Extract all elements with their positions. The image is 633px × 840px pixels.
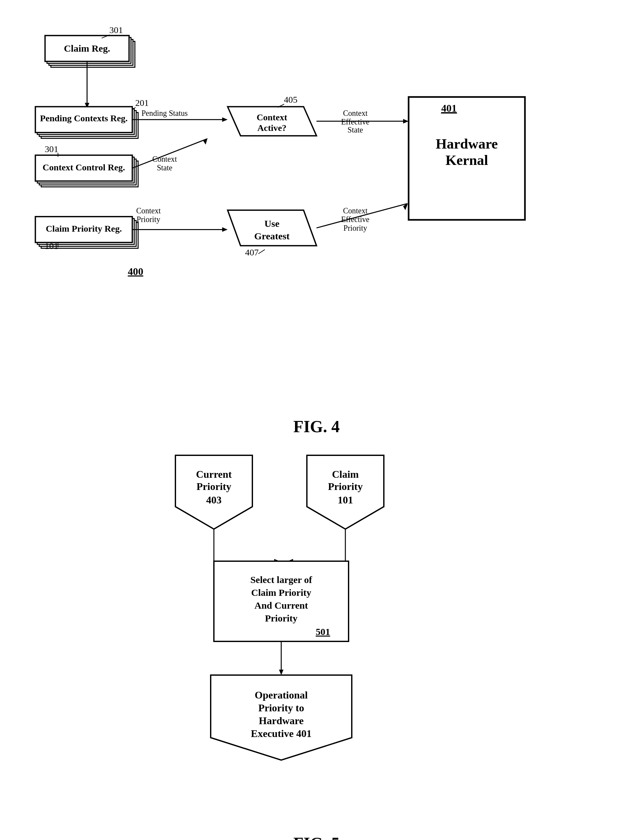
svg-line-55 (258, 249, 265, 254)
svg-text:Greatest: Greatest (254, 231, 290, 242)
svg-text:State: State (157, 163, 172, 172)
svg-text:Active?: Active? (258, 123, 287, 133)
fig4-title: FIG. 4 (26, 417, 607, 436)
page: Claim Reg. 301 Pending Contexts Reg. 201… (0, 0, 633, 840)
svg-text:Context: Context (152, 155, 177, 163)
svg-text:Hardware: Hardware (259, 715, 304, 726)
svg-text:101: 101 (44, 241, 58, 251)
svg-marker-17 (222, 117, 228, 122)
svg-text:Priority: Priority (265, 613, 298, 624)
svg-text:403: 403 (206, 494, 222, 506)
svg-text:400: 400 (128, 266, 143, 277)
svg-text:Pending Contexts Reg.: Pending Contexts Reg. (40, 113, 128, 123)
svg-text:Context: Context (257, 112, 287, 122)
svg-text:Context: Context (343, 206, 368, 215)
svg-text:101: 101 (338, 494, 353, 506)
svg-text:Priority: Priority (343, 224, 367, 232)
svg-text:401: 401 (441, 103, 457, 114)
svg-marker-67 (175, 455, 252, 529)
svg-text:Claim Priority Reg.: Claim Priority Reg. (46, 224, 122, 234)
svg-text:Current: Current (196, 469, 232, 480)
svg-text:Context: Context (136, 206, 161, 215)
svg-text:Priority: Priority (137, 215, 160, 224)
fig4-diagram: Claim Reg. 301 Pending Contexts Reg. 201… (26, 19, 607, 404)
svg-text:301: 301 (44, 144, 58, 154)
svg-text:Priority: Priority (197, 481, 231, 492)
fig5-title: FIG. 5 (26, 834, 607, 840)
svg-text:Kernal: Kernal (446, 152, 488, 168)
svg-text:Claim  Reg.: Claim Reg. (64, 43, 110, 54)
svg-text:Claim: Claim (332, 469, 359, 480)
svg-text:407: 407 (245, 247, 258, 257)
svg-text:Use: Use (264, 218, 279, 229)
svg-text:State: State (348, 125, 363, 134)
svg-text:And Current: And Current (255, 600, 308, 611)
svg-text:501: 501 (316, 626, 330, 637)
svg-text:Context: Context (343, 109, 368, 117)
svg-text:Effective: Effective (341, 117, 369, 126)
svg-text:201: 201 (135, 98, 149, 108)
svg-text:Operational: Operational (255, 689, 307, 701)
svg-text:Executive 401: Executive 401 (251, 728, 311, 739)
svg-text:Pending Status: Pending Status (142, 109, 187, 117)
svg-text:405: 405 (284, 95, 297, 104)
svg-marker-50 (222, 227, 228, 232)
svg-text:Context Control Reg.: Context Control Reg. (43, 163, 125, 172)
svg-marker-88 (279, 669, 283, 675)
svg-text:Effective: Effective (341, 215, 369, 224)
svg-text:Claim Priority: Claim Priority (251, 587, 311, 598)
svg-text:Priority: Priority (328, 481, 363, 492)
fig5-diagram: Current Priority 403 Claim Priority 101 … (26, 436, 607, 821)
svg-text:Hardware: Hardware (436, 136, 498, 152)
svg-text:Select larger of: Select larger of (250, 574, 313, 585)
svg-text:Priority to: Priority to (258, 702, 304, 714)
svg-text:301: 301 (109, 25, 123, 35)
svg-marker-71 (307, 455, 384, 529)
svg-marker-36 (403, 119, 409, 123)
